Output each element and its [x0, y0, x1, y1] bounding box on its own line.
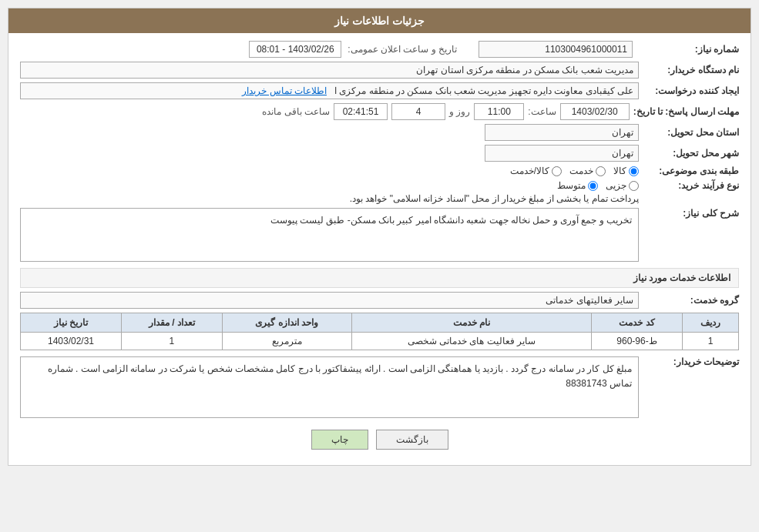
city-value: تهران — [485, 145, 639, 162]
cell-code: ط-96-960 — [592, 333, 683, 350]
category-kala-label: کالا — [613, 166, 626, 176]
deadline-remaining-label: ساعت باقی مانده — [262, 106, 330, 117]
deadline-days: 4 — [391, 103, 445, 120]
purchase-jozii-label: جزیی — [606, 180, 626, 191]
print-button[interactable]: چاپ — [311, 430, 368, 450]
back-button[interactable]: بازگشت — [376, 430, 448, 450]
deadline-date: 1403/02/30 — [560, 103, 630, 120]
need-number-value: 1103004961000011 — [479, 41, 633, 58]
category-kala-khedmat-radio[interactable] — [552, 166, 562, 176]
page-title: جزئیات اطلاعات نیاز — [8, 8, 751, 33]
category-kala-khedmat-label: کالا/خدمت — [510, 166, 549, 176]
col-date: تاریخ نیاز — [21, 313, 122, 333]
province-value: تهران — [485, 124, 639, 141]
purchase-motavasset-label: متوسط — [557, 180, 586, 191]
cell-unit: مترمربع — [222, 333, 351, 350]
button-row: بازگشت چاپ — [20, 430, 739, 457]
cell-row: 1 — [682, 333, 738, 350]
purchase-note: پرداخت تمام یا بخشی از مبلغ خریدار از مح… — [20, 193, 639, 204]
creator-value: علی کیقبادی معاونت دایره تجهیز مدیریت شع… — [20, 82, 639, 99]
services-table: ردیف کد خدمت نام خدمت واحد اندازه گیری ت… — [20, 313, 739, 350]
category-khedmat-label: خدمت — [569, 166, 593, 176]
col-qty: تعداد / مقدار — [121, 313, 222, 333]
services-section-title: اطلاعات خدمات مورد نیاز — [20, 268, 739, 288]
col-row: ردیف — [682, 313, 738, 333]
purchase-jozii-radio[interactable] — [629, 181, 639, 191]
deadline-remaining: 02:41:51 — [334, 103, 388, 120]
need-number-label: شماره نیاز: — [639, 44, 739, 55]
table-row: 1ط-96-960سایر فعالیت های خدماتی شخصیمترم… — [21, 333, 739, 350]
buyer-notes-label: توضیحات خریدار: — [639, 356, 739, 367]
province-label: استان محل تحویل: — [639, 127, 739, 138]
cell-name: سایر فعالیت های خدماتی شخصی — [351, 333, 592, 350]
announce-value: 1403/02/26 - 08:01 — [249, 41, 341, 58]
org-name-label: نام دستگاه خریدار: — [639, 65, 739, 75]
deadline-days-label: روز و — [449, 106, 470, 117]
description-value: تخریب و جمع آوری و حمل نخاله جهت شعبه دا… — [20, 208, 639, 262]
col-code: کد خدمت — [592, 313, 683, 333]
creator-link[interactable]: اطلاعات تماس خریدار — [242, 85, 327, 96]
announce-label: تاریخ و ساعت اعلان عمومی: — [348, 44, 457, 55]
deadline-time: 11:00 — [474, 103, 524, 120]
city-label: شهر محل تحویل: — [639, 148, 739, 159]
buyer-notes-value: مبلغ کل کار در سامانه درج گردد . بازدید … — [20, 356, 639, 418]
col-unit: واحد اندازه گیری — [222, 313, 351, 333]
cell-date: 1403/02/31 — [21, 333, 122, 350]
service-group-label: گروه خدمت: — [639, 295, 739, 306]
service-group-value: سایر فعالیتهای خدماتی — [20, 292, 639, 309]
deadline-label: مهلت ارسال پاسخ: تا تاریخ: — [630, 106, 739, 117]
category-kala-radio[interactable] — [629, 166, 639, 176]
purchase-type-label: نوع فرآیند خرید: — [639, 180, 739, 191]
category-radio-group: کالا خدمت کالا/خدمت — [20, 166, 639, 176]
org-name-value: مدیریت شعب بانک مسکن در منطقه مرکزی استا… — [20, 62, 639, 79]
deadline-time-label: ساعت: — [528, 106, 556, 117]
purchase-motavasset-radio[interactable] — [588, 181, 598, 191]
col-name: نام خدمت — [351, 313, 592, 333]
cell-qty: 1 — [121, 333, 222, 350]
description-label: شرح کلی نیاز: — [639, 208, 739, 219]
category-label: طبقه بندی موضوعی: — [639, 166, 739, 176]
category-khedmat-radio[interactable] — [596, 166, 606, 176]
creator-label: ایجاد کننده درخواست: — [639, 85, 739, 96]
